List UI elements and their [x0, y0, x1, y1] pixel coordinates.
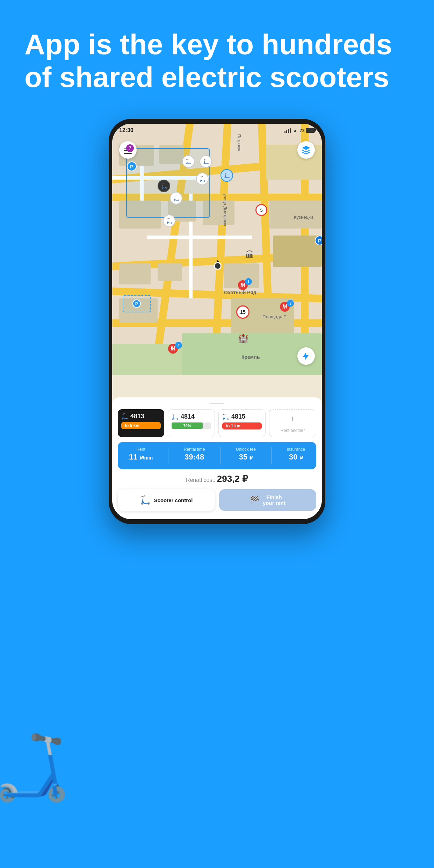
- unlock-fee-info: Unlock fee 35 ₽: [236, 447, 256, 464]
- rent-info: Rent 11 ₽/min: [129, 447, 153, 464]
- scooter-pin-5[interactable]: 🛴: [170, 192, 182, 204]
- scooter-pin-1[interactable]: 🛴: [182, 155, 195, 168]
- rent-another-card[interactable]: + Rent another: [269, 409, 316, 437]
- rental-time-label: Rental time: [184, 447, 205, 452]
- user-location: [214, 260, 222, 270]
- metro-3: M 3: [280, 302, 290, 312]
- headline-line1: App is the key to hundreds: [24, 28, 392, 60]
- battery-level: 72: [300, 128, 305, 133]
- drag-handle: [210, 403, 224, 404]
- signal-bars: [284, 128, 291, 133]
- scooter-id-2: 4814: [181, 413, 195, 420]
- headline-line2: of shared electric scooters: [24, 61, 389, 93]
- battery-icon: [306, 128, 315, 133]
- rental-time-info: Rental time 39:48: [184, 447, 205, 464]
- cost-value: 293,2 ₽: [217, 473, 248, 484]
- scooter-pin-6[interactable]: 🛴: [163, 215, 175, 227]
- rent-value: 11 ₽/min: [129, 453, 153, 462]
- layers-button[interactable]: [297, 141, 315, 159]
- scooter-card-2[interactable]: 🛴 4814 79%: [168, 409, 215, 437]
- scooter-cards-row: 🛴 4813 to 5 km 🛴 4814 79%: [118, 409, 316, 437]
- map-label-ploshchad: Площадь Р: [262, 314, 287, 319]
- rent-label: Rent: [136, 447, 145, 452]
- map-label-okhotny: Охотный Ряд: [224, 290, 256, 295]
- insurance-value: 30 ₽: [289, 453, 303, 462]
- speed-sign-5: 5: [255, 204, 267, 216]
- metro-1: M 1: [238, 280, 248, 290]
- layers-icon: [301, 145, 311, 155]
- scooter-control-button[interactable]: 🛴 Scooter control: [118, 489, 215, 511]
- kremlin-icon: 🏰: [238, 333, 248, 343]
- insurance-info: Insurance 30 ₽: [287, 447, 305, 464]
- scooter-control-label: Scooter control: [154, 497, 193, 503]
- wifi-icon: ▲: [293, 128, 298, 133]
- building-icon: 🏛: [245, 249, 254, 260]
- parking-pin-2: P: [315, 236, 322, 245]
- info-panel: Rent 11 ₽/min Rental time 39:48 Unlock f…: [118, 442, 316, 469]
- rental-time-value: 39:48: [185, 453, 204, 462]
- scooter-badge-3: to 1 km: [222, 422, 262, 429]
- location-icon: [302, 352, 311, 361]
- scooter-card-3[interactable]: 🛴 4815 to 1 km: [218, 409, 266, 437]
- metro-4: M 4: [168, 344, 178, 354]
- phone-frame: P P P 🛴 🛴 🛴 🛴 🛴: [109, 119, 325, 524]
- insurance-label: Insurance: [287, 447, 305, 452]
- phone-screen: P P P 🛴 🛴 🛴 🛴 🛴: [112, 124, 322, 519]
- decorative-scooter: 🛴: [0, 731, 72, 805]
- unlock-fee-value: 35 ₽: [239, 453, 253, 462]
- scooter-pin-7[interactable]: 🛴: [220, 169, 233, 182]
- cost-label: Renatl cost:: [186, 477, 215, 483]
- unlock-fee-label: Unlock fee: [236, 447, 256, 452]
- map-label-kremlin: Кремль: [241, 354, 260, 360]
- insurance-unit: ₽: [300, 455, 303, 461]
- location-button[interactable]: [297, 347, 315, 365]
- scooter-card-1[interactable]: 🛴 4813 to 5 km: [118, 409, 164, 437]
- scooter-pin-dark[interactable]: 🛴: [158, 180, 170, 192]
- scooter-icon-3: 🛴: [222, 413, 229, 420]
- finish-rent-icon: 🏁: [250, 496, 259, 505]
- rent-unit: ₽/min: [140, 455, 153, 461]
- scooter-badge-1: to 5 km: [121, 422, 161, 429]
- action-buttons: 🛴 Scooter control 🏁 Finish your rent: [118, 489, 316, 511]
- map-area: P P P 🛴 🛴 🛴 🛴 🛴: [112, 124, 322, 375]
- scooter-pin-3[interactable]: 🛴: [196, 173, 209, 185]
- unlock-unit: ₽: [249, 455, 253, 461]
- parking-zone: P: [123, 295, 151, 312]
- speed-sign-15: 15: [236, 305, 249, 319]
- plus-icon: +: [290, 413, 295, 425]
- scooter-icon-2: 🛴: [172, 413, 179, 420]
- parking-pin-1: P: [127, 161, 137, 171]
- notification-badge: 7: [126, 144, 134, 152]
- status-bar: 12:30 ▲ 72: [112, 124, 322, 137]
- rent-another-label: Rent another: [281, 428, 305, 433]
- parking-icon: P: [132, 299, 141, 308]
- status-right: ▲ 72: [284, 128, 315, 133]
- finish-rent-label: Finish your rent: [263, 494, 285, 506]
- headline-text: App is the key to hundreds of shared ele…: [24, 28, 410, 94]
- map-label-kuznetski: Кузнецки: [294, 215, 313, 220]
- status-time: 12:30: [119, 127, 133, 133]
- scooter-id-1: 4813: [130, 413, 144, 420]
- scooter-control-icon: 🛴: [140, 495, 151, 505]
- battery-container: 72: [300, 128, 315, 133]
- map-label-dmitrovka: улица Дмитровка: [223, 194, 227, 227]
- scooter-icon-1: 🛴: [121, 413, 128, 420]
- battery-bar-2: 79%: [172, 422, 211, 429]
- scooter-pin-2[interactable]: 🛴: [200, 155, 212, 168]
- finish-rent-button[interactable]: 🏁 Finish your rent: [219, 489, 316, 511]
- menu-button[interactable]: 7: [119, 141, 137, 159]
- bottom-panel: 🛴 4813 to 5 km 🛴 4814 79%: [112, 397, 322, 519]
- scooter-id-3: 4815: [231, 413, 245, 420]
- cost-row: Renatl cost: 293,2 ₽: [118, 473, 316, 484]
